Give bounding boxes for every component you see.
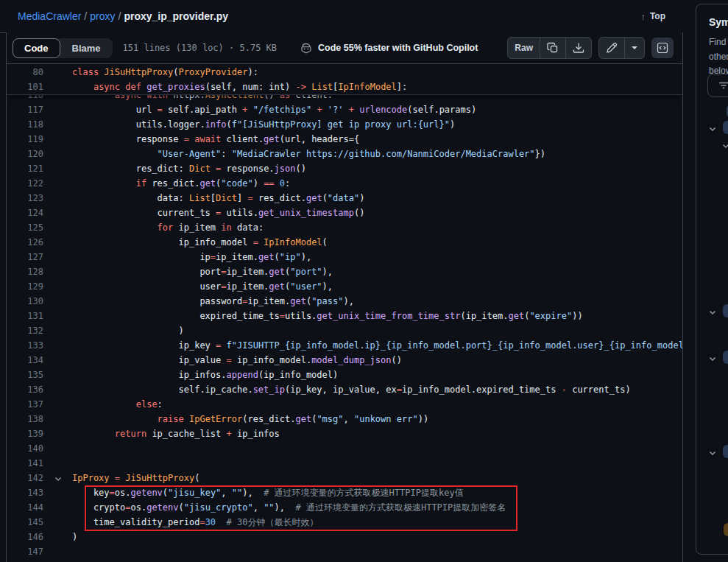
line-number[interactable]: 147	[7, 544, 43, 559]
gutter-spacer	[43, 191, 72, 206]
edit-button[interactable]	[599, 38, 624, 58]
code-line-row: 122 if res_dict.get("code") == 0:	[7, 176, 682, 191]
line-number[interactable]: 143	[7, 485, 43, 500]
code-line: if res_dict.get("code") == 0:	[72, 176, 290, 191]
line-number[interactable]: 119	[7, 132, 43, 147]
symbol-pill[interactable]	[723, 121, 728, 134]
tab-code[interactable]: Code	[13, 38, 60, 58]
gutter-spacer	[43, 309, 72, 323]
line-number[interactable]: 80	[7, 65, 43, 80]
line-number[interactable]: 138	[7, 412, 43, 426]
line-number[interactable]: 133	[7, 338, 43, 353]
gutter-spacer	[43, 500, 72, 515]
chevron-down-icon[interactable]	[708, 123, 717, 136]
code-line: port=ip_item.get("port"),	[72, 264, 333, 279]
line-number[interactable]: 137	[7, 397, 43, 412]
code-line-row: 127 ip=ip_item.get("ip"),	[7, 250, 682, 264]
symbol-pill[interactable]	[724, 523, 728, 536]
copy-button[interactable]	[540, 38, 565, 58]
code-line: IpProxy = JiSuHttpProxy(	[72, 471, 199, 485]
code-line-row: 144 crypto=os.getenv("jisu_crypto", ""),…	[7, 500, 682, 515]
code-line: url = self.api_path + "/fetchips" + '?' …	[72, 102, 476, 117]
gutter-spacer	[43, 161, 72, 176]
scroll-to-top-button[interactable]: ↑ Top	[636, 10, 670, 23]
code-line: expired_time_ts=utils.get_unix_time_from…	[72, 309, 583, 323]
code-line-row: 138 raise IpGetError(res_dict.get("msg",…	[7, 412, 682, 426]
line-number[interactable]: 131	[7, 309, 43, 323]
copilot-icon	[300, 42, 312, 54]
code-line-row: 134 ip_value = ip_info_model.model_dump_…	[7, 353, 682, 368]
line-number[interactable]: 145	[7, 515, 43, 530]
code-line: crypto=os.getenv("jisu_crypto", ""), # 通…	[72, 500, 506, 515]
breadcrumb-repo-link[interactable]: MediaCrawler	[18, 10, 81, 22]
chevron-down-icon[interactable]	[708, 447, 717, 460]
chevron-down-icon	[632, 46, 637, 49]
code-line-row: 130 password=ip_item.get("pass"),	[7, 294, 682, 309]
collapse-chevron-icon[interactable]	[43, 471, 72, 485]
code-line: ip_key = f"JISUHTTP_{ip_info_model.ip}_{…	[72, 338, 682, 353]
code-blame-toggle: Code Blame	[13, 38, 113, 58]
raw-button[interactable]: Raw	[508, 38, 540, 58]
line-number[interactable]: 125	[7, 220, 43, 235]
breadcrumb-filename: proxy_ip_provider.py	[124, 10, 228, 22]
line-number[interactable]: 126	[7, 235, 43, 250]
line-number[interactable]: 123	[7, 191, 43, 206]
gutter-spacer	[43, 65, 72, 80]
line-number[interactable]: 127	[7, 250, 43, 264]
symbols-heading: Sym	[709, 16, 728, 28]
symbols-panel-toggle-button[interactable]	[651, 38, 674, 58]
code-line: current_ts = utils.get_unix_timestamp()	[72, 206, 364, 220]
line-number[interactable]: 129	[7, 279, 43, 294]
code-line-row: 118 utils.logger.info(f"[JiSuHttpProxy] …	[7, 117, 682, 132]
line-number[interactable]: 136	[7, 382, 43, 397]
line-number[interactable]: 140	[7, 441, 43, 456]
symbols-filter-button[interactable]	[707, 74, 728, 97]
code-line: raise IpGetError(res_dict.get("msg", "un…	[72, 412, 428, 426]
code-line: else:	[72, 397, 163, 412]
gutter-spacer	[43, 530, 72, 544]
code-line-row: 117 url = self.api_path + "/fetchips" + …	[7, 102, 682, 117]
copilot-banner[interactable]: Code 55% faster with GitHub Copilot	[300, 42, 478, 54]
code-line-row: 141	[7, 456, 682, 471]
line-number[interactable]: 130	[7, 294, 43, 309]
line-number[interactable]: 142	[7, 471, 43, 485]
line-number[interactable]: 128	[7, 264, 43, 279]
line-number[interactable]: 134	[7, 353, 43, 368]
line-number[interactable]: 139	[7, 426, 43, 441]
code-line: user=ip_item.get("user"),	[72, 279, 333, 294]
tab-blame[interactable]: Blame	[60, 38, 113, 58]
line-number[interactable]: 118	[7, 117, 43, 132]
edit-dropdown-button[interactable]	[624, 38, 644, 58]
gutter-spacer	[43, 117, 72, 132]
line-number[interactable]: 124	[7, 206, 43, 220]
line-number[interactable]: 135	[7, 368, 43, 382]
breadcrumb-folder-link[interactable]: proxy	[90, 10, 115, 22]
line-number[interactable]: 132	[7, 323, 43, 338]
symbol-pill[interactable]	[723, 304, 728, 317]
chevron-down-icon[interactable]	[708, 353, 717, 366]
chevron-down-icon[interactable]	[708, 306, 717, 320]
line-number[interactable]: 117	[7, 102, 43, 117]
code-line: time_validity_period=30 # 30分钟（最长时效）	[72, 515, 318, 530]
download-button[interactable]	[565, 38, 591, 58]
line-number[interactable]: 121	[7, 161, 43, 176]
symbol-pill[interactable]	[723, 445, 728, 458]
sticky-scope-lines: 80class JiSuHttpProxy(ProxyProvider):101…	[7, 64, 682, 95]
code-line: )	[72, 323, 184, 338]
chevron-down-icon[interactable]	[721, 140, 728, 153]
line-number[interactable]: 141	[7, 456, 43, 471]
gutter-spacer	[43, 441, 72, 456]
symbol-pill[interactable]	[723, 351, 728, 364]
gutter-spacer	[43, 176, 72, 191]
code-line-row: 142IpProxy = JiSuHttpProxy(	[7, 471, 682, 485]
file-meta-info: 151 lines (130 loc) · 5.75 KB	[123, 43, 278, 53]
line-number[interactable]: 144	[7, 500, 43, 515]
gutter-spacer	[43, 102, 72, 117]
line-number[interactable]: 122	[7, 176, 43, 191]
line-number[interactable]: 120	[7, 147, 43, 161]
line-number[interactable]: 146	[7, 530, 43, 544]
line-number[interactable]: 101	[7, 80, 43, 94]
gutter-spacer	[43, 353, 72, 368]
symbols-description-line: other	[709, 50, 728, 65]
top-button-label: Top	[650, 11, 665, 21]
